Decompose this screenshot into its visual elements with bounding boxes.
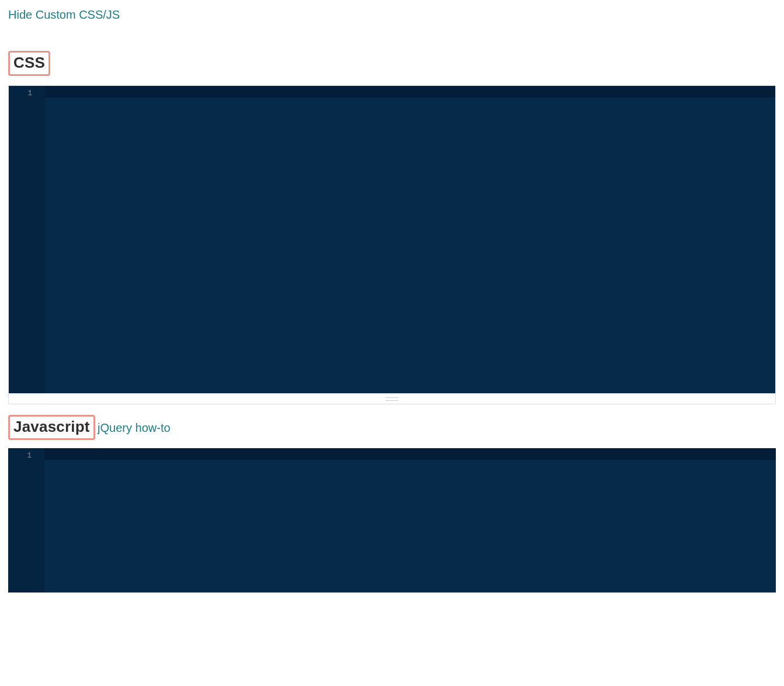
hide-custom-cssjs-link[interactable]: Hide Custom CSS/JS — [8, 8, 120, 22]
js-editor-textarea[interactable] — [44, 448, 776, 593]
css-editor-container: 1 — [8, 85, 776, 404]
jquery-howto-link[interactable]: jQuery how-to — [98, 421, 171, 435]
js-code-editor[interactable]: 1 — [8, 448, 776, 593]
line-number: 1 — [9, 88, 32, 99]
css-heading: CSS — [13, 54, 45, 72]
css-editor-resize-handle[interactable] — [9, 393, 775, 404]
grip-icon — [386, 397, 398, 401]
javascript-heading: Javascript — [13, 418, 90, 436]
css-heading-highlight: CSS — [8, 51, 50, 76]
active-line-bg — [44, 448, 776, 460]
css-code-body[interactable] — [45, 98, 775, 393]
custom-css-js-panel: Hide Custom CSS/JS CSS 1 — [0, 0, 784, 593]
js-editor-container: 1 — [8, 448, 776, 593]
js-editor-gutter: 1 — [8, 448, 44, 593]
javascript-heading-highlight: Javascript — [8, 415, 95, 440]
js-code-body[interactable] — [44, 460, 776, 593]
javascript-section: Javascript jQuery how-to 1 — [8, 404, 776, 593]
css-editor-textarea[interactable] — [45, 86, 775, 393]
css-section: CSS 1 — [8, 22, 776, 404]
line-number: 1 — [8, 450, 32, 462]
css-code-editor[interactable]: 1 — [9, 86, 775, 393]
active-line-bg — [45, 86, 775, 98]
css-editor-gutter: 1 — [9, 86, 45, 393]
